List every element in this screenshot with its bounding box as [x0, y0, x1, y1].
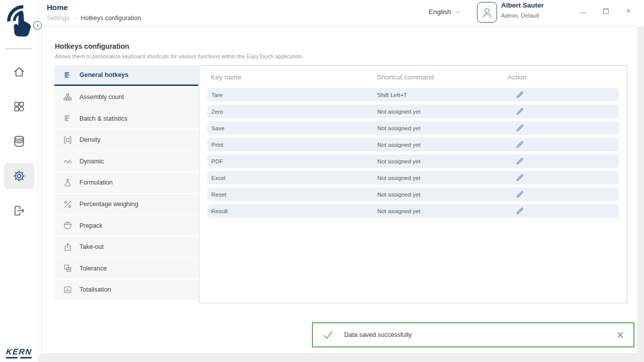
list-lines-icon: [63, 70, 72, 80]
menu-item-density[interactable]: Density: [54, 130, 198, 150]
edit-hotkey-button[interactable]: [515, 205, 526, 216]
menu-item-assembly-count[interactable]: Assembly count: [54, 87, 198, 108]
shortcut-command-cell: Not assigned yet: [377, 109, 508, 115]
totalisation-icon: [63, 285, 72, 295]
page-header-title: Home: [47, 3, 68, 12]
toast-message: Data saved successfully: [344, 331, 412, 338]
sidebar-expand-button[interactable]: ›: [33, 21, 42, 30]
table-row: ExcelNot assigned yet: [207, 171, 619, 185]
menu-item-percentage-weighing[interactable]: Percentage weighing: [54, 194, 198, 215]
close-button[interactable]: ×: [625, 8, 632, 15]
sidebar-item-database[interactable]: [4, 128, 34, 154]
menu-item-label: Dynamic: [79, 158, 104, 165]
sidebar-item-logout[interactable]: [4, 198, 34, 224]
main-card: Hotkeys configuration Allows them to per…: [41, 26, 638, 354]
edit-hotkey-button[interactable]: [515, 106, 526, 117]
minimize-button[interactable]: [580, 9, 587, 13]
breadcrumb: Settings › Hotkeys configuration: [47, 15, 141, 22]
window-right-margin: [638, 26, 644, 362]
list-lines-icon: [63, 114, 72, 123]
window-controls: ×: [580, 8, 632, 15]
key-name-cell: PDF: [211, 158, 377, 164]
checkmark-icon: [322, 329, 334, 341]
language-selector[interactable]: English: [429, 8, 461, 16]
action-cell: [508, 89, 619, 101]
flask-icon: [63, 178, 72, 188]
menu-item-label: Batch & statistics: [79, 115, 127, 122]
language-label: English: [429, 8, 451, 16]
sidebar-item-home[interactable]: [4, 59, 34, 85]
key-name-cell: Excel: [211, 175, 377, 181]
shortcut-command-cell: Not assigned yet: [377, 142, 508, 148]
user-avatar[interactable]: [477, 2, 497, 23]
window-bottom-margin: [39, 354, 644, 362]
column-shortcut-command: Shortcut command: [377, 73, 508, 81]
menu-item-take-out[interactable]: Take-out: [54, 237, 198, 257]
user-name[interactable]: Albert Sauter: [501, 2, 544, 9]
edit-hotkey-button[interactable]: [515, 189, 526, 200]
apps-grid-icon: [13, 100, 26, 113]
key-name-cell: Zero: [211, 109, 377, 115]
sidebar-item-apps[interactable]: [4, 94, 34, 120]
action-cell: [508, 205, 619, 217]
menu-item-dynamic[interactable]: Dynamic: [54, 151, 198, 171]
assembly-icon: [63, 93, 72, 102]
key-name-cell: Save: [211, 125, 377, 131]
chevron-down-icon: [454, 9, 461, 16]
percent-icon: [63, 200, 72, 209]
key-name-cell: Result: [211, 208, 377, 214]
action-cell: [508, 139, 619, 151]
density-icon: [63, 135, 72, 145]
menu-item-tolerance[interactable]: Tolerance: [54, 258, 198, 279]
sidebar: [0, 0, 38, 362]
sidebar-item-settings[interactable]: [4, 163, 34, 189]
tolerance-icon: [63, 263, 72, 273]
breadcrumb-current: Hotkeys configuration: [80, 15, 141, 22]
shortcut-command-cell: Not assigned yet: [377, 158, 508, 164]
table-row: SaveNot assigned yet: [207, 121, 619, 135]
kern-logo: KERN: [6, 347, 34, 358]
menu-item-formulation[interactable]: Formulation: [54, 172, 198, 193]
menu-item-label: Tolerance: [79, 265, 107, 272]
kern-logo-underline: [6, 357, 35, 358]
menu-item-label: Formulation: [79, 179, 113, 186]
menu-item-prepack[interactable]: Prepack: [54, 215, 198, 236]
menu-item-label: Density: [79, 136, 101, 143]
key-name-cell: Reset: [211, 192, 377, 198]
person-icon: [480, 6, 494, 20]
key-name-cell: Print: [211, 142, 377, 148]
edit-hotkey-button[interactable]: [515, 172, 526, 183]
table-row: ResultNot assigned yet: [207, 204, 619, 218]
edit-hotkey-button[interactable]: [515, 155, 526, 166]
breadcrumb-settings[interactable]: Settings: [47, 15, 69, 22]
menu-item-batch-statistics[interactable]: Batch & statistics: [54, 108, 198, 129]
section-title: Hotkeys configuration: [55, 42, 129, 50]
shortcut-command-cell: Not assigned yet: [377, 175, 508, 181]
easytouch-logo-icon: [4, 3, 34, 46]
action-cell: [508, 122, 619, 134]
action-cell: [508, 106, 619, 118]
table-row: PrintNot assigned yet: [207, 138, 619, 151]
hotkey-category-menu: General hotkeysAssembly countBatch & sta…: [54, 65, 198, 301]
menu-item-label: Prepack: [79, 222, 103, 229]
column-action: Action: [508, 73, 627, 81]
action-cell: [508, 189, 619, 201]
prepack-icon: [63, 221, 72, 230]
database-icon: [13, 135, 26, 148]
logout-icon: [13, 204, 26, 217]
settings-gear-icon: [13, 169, 26, 183]
menu-item-totalisation[interactable]: Totalisation: [54, 280, 198, 300]
table-row: TareShift Left+T: [207, 88, 619, 102]
success-toast: Data saved successfully ✕: [312, 322, 634, 347]
table-row: ZeroNot assigned yet: [207, 105, 619, 118]
home-icon: [13, 65, 26, 78]
action-cell: [508, 155, 619, 167]
toast-close-icon[interactable]: ✕: [616, 330, 624, 340]
maximize-button[interactable]: [603, 9, 609, 14]
menu-item-general-hotkeys[interactable]: General hotkeys: [54, 65, 198, 86]
shortcut-command-cell: Not assigned yet: [377, 208, 508, 214]
breadcrumb-separator-icon: ›: [74, 15, 76, 22]
edit-hotkey-button[interactable]: [515, 122, 526, 133]
edit-hotkey-button[interactable]: [515, 139, 526, 150]
edit-hotkey-button[interactable]: [515, 89, 526, 100]
